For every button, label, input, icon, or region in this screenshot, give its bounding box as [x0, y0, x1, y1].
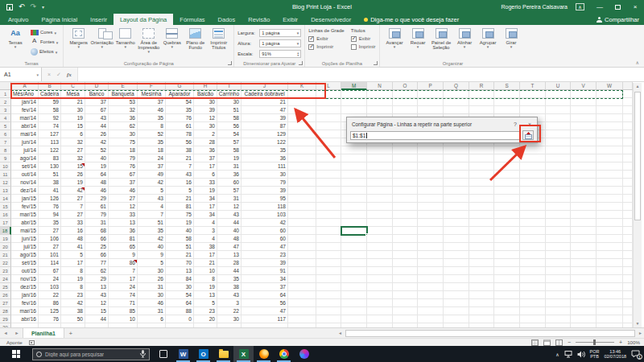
cell[interactable] — [288, 299, 316, 307]
cell[interactable] — [494, 98, 520, 106]
cell[interactable]: 129 — [242, 130, 288, 138]
cell[interactable] — [546, 146, 571, 154]
row-header[interactable]: 7 — [0, 138, 11, 146]
cell[interactable] — [444, 171, 469, 179]
cell[interactable]: 24 — [138, 154, 166, 162]
cell[interactable]: 27 — [61, 146, 85, 154]
button-recuar[interactable]: Recuar▾ — [407, 27, 430, 48]
cell[interactable] — [520, 211, 546, 219]
cell[interactable]: 74 — [109, 291, 138, 299]
cell[interactable]: 49 — [138, 171, 166, 179]
cell[interactable] — [469, 219, 494, 227]
cell[interactable] — [418, 243, 444, 251]
cell[interactable] — [341, 275, 367, 283]
cell[interactable] — [623, 227, 633, 235]
cell[interactable]: 6 — [194, 171, 217, 179]
cell[interactable] — [367, 243, 393, 251]
cell[interactable] — [520, 291, 546, 299]
cell[interactable]: 76 — [39, 203, 61, 211]
cell[interactable] — [316, 203, 341, 211]
cell[interactable] — [494, 251, 520, 259]
cell[interactable] — [418, 106, 444, 114]
cell[interactable]: 44 — [217, 267, 242, 275]
cell[interactable] — [393, 98, 418, 106]
cell[interactable]: 30 — [138, 267, 166, 275]
cell[interactable] — [393, 227, 418, 235]
cell[interactable]: 126 — [39, 195, 61, 203]
cell[interactable]: 3 — [217, 299, 242, 307]
row-header[interactable]: 16 — [0, 211, 11, 219]
cell[interactable] — [494, 146, 520, 154]
dialog-launcher-icon[interactable] — [299, 61, 303, 65]
cell[interactable] — [520, 307, 546, 315]
cell[interactable] — [546, 106, 571, 114]
cell[interactable] — [494, 187, 520, 195]
word-taskbar-button[interactable]: W — [173, 346, 193, 362]
cell[interactable] — [469, 187, 494, 195]
cell[interactable] — [571, 291, 597, 299]
tab-pagina-inicial[interactable]: Página Inicial — [35, 14, 84, 25]
scroll-down-icon[interactable]: ▼ — [634, 320, 642, 327]
cell[interactable] — [393, 275, 418, 283]
cell[interactable] — [444, 259, 469, 267]
cell[interactable] — [494, 227, 520, 235]
cell[interactable]: 6 — [138, 315, 166, 323]
cell[interactable] — [367, 283, 393, 291]
cell[interactable]: 57 — [217, 187, 242, 195]
cell[interactable]: 64 — [166, 299, 194, 307]
cell[interactable] — [546, 171, 571, 179]
cell[interactable]: 35 — [242, 146, 288, 154]
cell[interactable] — [341, 179, 367, 187]
button-orientacao[interactable]: Orientação▾ — [90, 27, 114, 48]
cell[interactable]: abr/14 — [11, 122, 39, 130]
cell[interactable]: 28 — [194, 138, 217, 146]
cell[interactable] — [393, 243, 418, 251]
cell[interactable] — [418, 162, 444, 171]
cell[interactable] — [571, 251, 597, 259]
cell[interactable]: 51 — [138, 219, 166, 227]
cell[interactable] — [520, 179, 546, 187]
cell[interactable]: 47 — [242, 106, 288, 114]
cell[interactable] — [367, 195, 393, 203]
column-header[interactable]: U — [546, 82, 571, 90]
cell[interactable]: 19 — [61, 179, 85, 187]
cell[interactable] — [444, 275, 469, 283]
cell[interactable]: 39 — [194, 106, 217, 114]
cell[interactable]: 43 — [217, 291, 242, 299]
cell[interactable]: 24 — [39, 275, 61, 283]
cell[interactable]: 113 — [39, 138, 61, 146]
ribbon-display-options-icon[interactable]: ∧ — [576, 3, 584, 10]
zoom-in-icon[interactable]: + — [619, 339, 622, 345]
cell[interactable]: 12 — [85, 299, 109, 307]
cell[interactable]: 19 — [166, 219, 194, 227]
cell[interactable] — [597, 275, 623, 283]
cell[interactable] — [393, 106, 418, 114]
paint-3d-taskbar-button[interactable] — [294, 346, 314, 362]
tab-exibir[interactable]: Exibir — [276, 14, 304, 25]
chrome-taskbar-button[interactable] — [274, 346, 294, 362]
cell[interactable]: 27 — [109, 195, 138, 203]
cell[interactable]: dez/15 — [11, 283, 39, 291]
cell[interactable] — [546, 307, 571, 315]
cell[interactable]: 48 — [85, 179, 109, 187]
button-agrupar[interactable]: Agrupar▾ — [477, 27, 500, 48]
cell[interactable] — [444, 315, 469, 323]
cell[interactable] — [546, 259, 571, 267]
rows-to-repeat-input[interactable]: $1:$1 — [350, 131, 520, 140]
cell[interactable] — [393, 171, 418, 179]
row-header[interactable]: 11 — [0, 171, 11, 179]
cell[interactable]: 43 — [217, 211, 242, 219]
cell[interactable]: 60 — [242, 227, 288, 235]
cell[interactable]: fev/16 — [11, 299, 39, 307]
cell[interactable] — [520, 243, 546, 251]
cell[interactable] — [546, 299, 571, 307]
cell[interactable]: 5 — [166, 187, 194, 195]
cell[interactable] — [571, 259, 597, 267]
sheet-nav-right-icon[interactable]: ► — [11, 331, 23, 335]
cell[interactable]: 37 — [194, 154, 217, 162]
cell[interactable] — [393, 283, 418, 291]
cell[interactable] — [494, 307, 520, 315]
cell[interactable] — [341, 315, 367, 323]
cell[interactable] — [623, 315, 633, 323]
cell[interactable]: 34 — [194, 211, 217, 219]
